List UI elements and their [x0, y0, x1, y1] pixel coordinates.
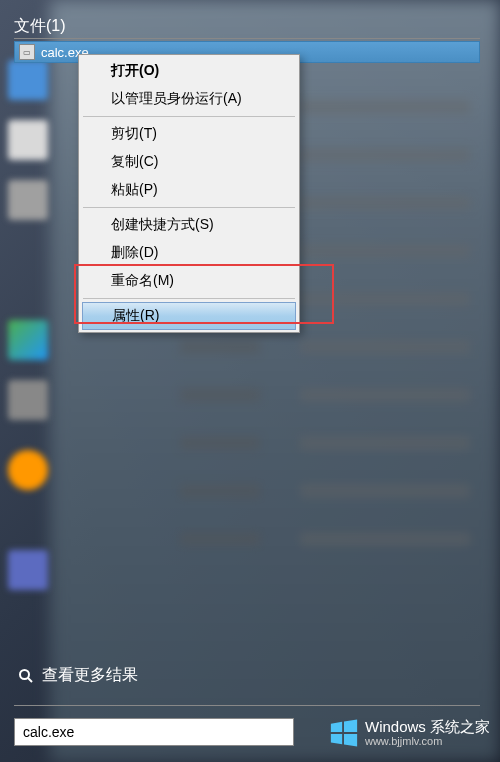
file-icon: ▭	[19, 44, 35, 60]
svg-line-1	[28, 678, 32, 682]
menu-item-properties[interactable]: 属性(R)	[82, 302, 296, 330]
menu-item-copy[interactable]: 复制(C)	[81, 148, 297, 176]
watermark: Windows 系统之家 www.bjjmlv.com	[329, 718, 490, 748]
search-value: calc.exe	[23, 724, 74, 740]
menu-separator	[83, 116, 295, 117]
header-divider	[14, 38, 480, 39]
menu-separator	[83, 298, 295, 299]
search-input[interactable]: calc.exe	[14, 718, 294, 746]
section-header: 文件(1)	[14, 16, 66, 37]
menu-item-cut[interactable]: 剪切(T)	[81, 120, 297, 148]
watermark-title: Windows 系统之家	[365, 719, 490, 736]
context-menu: 打开(O) 以管理员身份运行(A) 剪切(T) 复制(C) 粘贴(P) 创建快捷…	[78, 54, 300, 333]
menu-item-create-shortcut[interactable]: 创建快捷方式(S)	[81, 211, 297, 239]
search-divider	[14, 705, 480, 706]
see-more-results[interactable]: 查看更多结果	[18, 665, 138, 686]
svg-point-0	[20, 670, 29, 679]
menu-item-rename[interactable]: 重命名(M)	[81, 267, 297, 295]
see-more-label: 查看更多结果	[42, 665, 138, 686]
watermark-url: www.bjjmlv.com	[365, 735, 490, 747]
menu-item-open[interactable]: 打开(O)	[81, 57, 297, 85]
menu-separator	[83, 207, 295, 208]
windows-logo-icon	[329, 718, 359, 748]
taskbar-icons	[0, 0, 55, 762]
menu-item-run-as-admin[interactable]: 以管理员身份运行(A)	[81, 85, 297, 113]
menu-item-delete[interactable]: 删除(D)	[81, 239, 297, 267]
menu-item-paste[interactable]: 粘贴(P)	[81, 176, 297, 204]
search-icon	[18, 668, 34, 684]
